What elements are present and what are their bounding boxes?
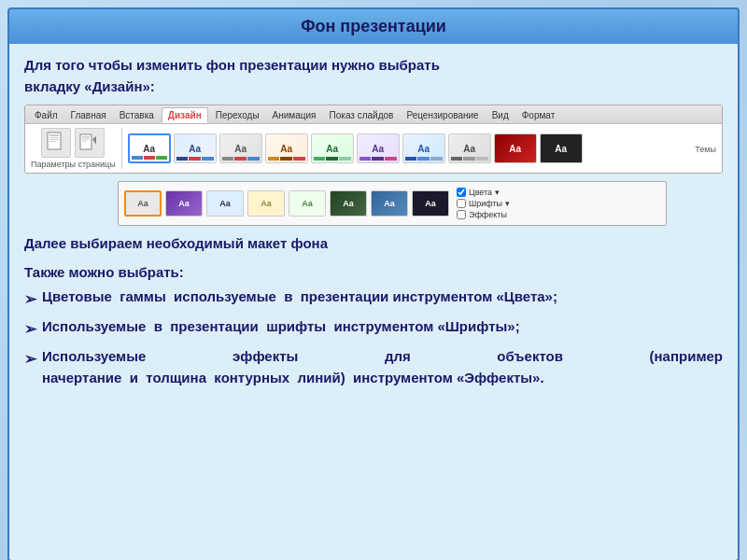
page-title: Фон презентации <box>19 17 728 36</box>
svg-rect-3 <box>49 139 59 140</box>
ribbon-body: Параметры страницы Aa Aa <box>25 124 722 173</box>
fonts-checkbox[interactable] <box>457 199 466 208</box>
ribbon-icons-page <box>41 128 105 158</box>
tab-transitions[interactable]: Переходы <box>210 108 265 122</box>
section2-text: Также можно выбрать: <box>24 262 723 284</box>
ribbon-tabs: Файл Главная Вставка Дизайн Переходы Ани… <box>25 105 722 124</box>
title-bar: Фон презентации <box>7 7 740 44</box>
side-options-panel: Цвета ▾ Шрифты ▾ Эффекты <box>457 188 510 219</box>
colors-option[interactable]: Цвета ▾ <box>457 188 510 197</box>
exp-theme-3[interactable]: Aa <box>206 190 244 217</box>
theme-7[interactable]: Aa <box>402 133 445 163</box>
bullet-text-1: Цветовые гаммы используемые в презентаци… <box>42 287 723 308</box>
svg-rect-1 <box>49 134 59 136</box>
svg-rect-2 <box>49 137 59 138</box>
theme-3[interactable]: Aa <box>219 133 262 163</box>
tab-format[interactable]: Формат <box>516 108 561 122</box>
theme-2[interactable]: Aa <box>174 133 217 163</box>
bullet-item-2: ➢ Используемые в презентации шрифты инст… <box>24 316 723 341</box>
tab-design[interactable]: Дизайн <box>162 107 208 123</box>
svg-marker-9 <box>92 136 96 145</box>
tab-view[interactable]: Вид <box>486 108 514 122</box>
exp-theme-dark[interactable]: Aa <box>412 190 449 217</box>
fonts-label: Шрифты ▾ <box>469 199 510 208</box>
theme-8[interactable]: Aa <box>448 133 491 163</box>
svg-rect-7 <box>82 139 90 140</box>
exp-theme-purple[interactable]: Aa <box>165 190 203 217</box>
page-setup-icon[interactable] <box>41 128 71 158</box>
theme-dark[interactable]: Aa <box>540 133 583 163</box>
tab-file[interactable]: Файл <box>29 108 63 122</box>
fonts-option[interactable]: Шрифты ▾ <box>457 199 510 208</box>
bullet-arrow-3: ➢ <box>24 348 36 371</box>
theme-4[interactable]: Aa <box>265 133 308 163</box>
effects-checkbox[interactable] <box>457 210 466 219</box>
svg-rect-4 <box>49 141 56 142</box>
bullet-arrow-2: ➢ <box>24 318 36 341</box>
ribbon-group-page: Параметры страницы <box>31 128 122 169</box>
tab-slideshow[interactable]: Показ слайдов <box>324 108 400 122</box>
tab-home[interactable]: Главная <box>65 108 112 122</box>
effects-option[interactable]: Эффекты <box>457 210 510 219</box>
bullet-arrow-1: ➢ <box>24 288 36 311</box>
effects-label: Эффекты <box>469 210 507 219</box>
page-setup-label: Параметры страницы <box>31 160 116 169</box>
bullet-text-2: Используемые в презентации шрифты инстру… <box>42 316 723 338</box>
theme-6[interactable]: Aa <box>357 133 400 163</box>
tab-insert[interactable]: Вставка <box>114 108 160 122</box>
exp-theme-1[interactable]: Aa <box>124 190 162 217</box>
theme-red[interactable]: Aa <box>494 133 537 163</box>
bullet-item-1: ➢ Цветовые гаммы используемые в презента… <box>24 287 723 311</box>
colors-checkbox[interactable] <box>457 188 466 197</box>
exp-theme-blue[interactable]: Aa <box>371 190 408 217</box>
themes-label: Темы <box>695 143 716 154</box>
exp-theme-darkgreen[interactable]: Aa <box>330 190 367 217</box>
svg-rect-8 <box>82 141 87 142</box>
theme-5[interactable]: Aa <box>311 133 354 163</box>
themes-area: Aa Aa Aa <box>128 133 690 163</box>
section1-text: Далее выбираем необходимый макет фона <box>24 233 723 255</box>
bullet-item-3: ➢ Используемые эффекты для объектов (нап… <box>24 346 723 388</box>
main-content: Для того чтобы изменить фон презентации … <box>7 44 740 560</box>
bullet-text-3: Используемые эффекты для объектов (напри… <box>42 346 723 388</box>
tab-review[interactable]: Рецензирование <box>401 108 484 122</box>
slide-orientation-icon[interactable] <box>75 128 105 158</box>
bullet-list: ➢ Цветовые гаммы используемые в презента… <box>24 287 723 388</box>
intro-text: Для того чтобы изменить фон презентации … <box>24 55 723 97</box>
theme-default[interactable]: Aa <box>128 133 171 163</box>
colors-label: Цвета ▾ <box>469 188 500 197</box>
expanded-themes: Aa Aa Aa Aa Aa Aa Aa Aa Цвета ▾ <box>118 181 667 226</box>
svg-rect-6 <box>82 136 90 138</box>
exp-theme-5[interactable]: Aa <box>289 190 326 217</box>
ribbon-container: Файл Главная Вставка Дизайн Переходы Ани… <box>24 105 723 174</box>
tab-animation[interactable]: Анимация <box>267 108 322 122</box>
exp-theme-4[interactable]: Aa <box>247 190 285 217</box>
